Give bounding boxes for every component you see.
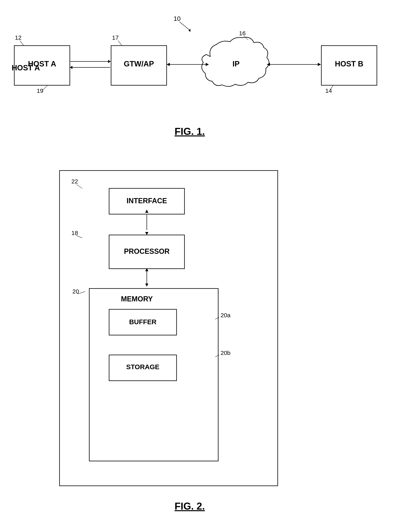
svg-text:17: 17 (112, 34, 119, 41)
svg-text:MEMORY: MEMORY (121, 295, 153, 303)
svg-rect-53 (109, 309, 177, 335)
svg-line-11 (244, 36, 248, 40)
svg-text:20: 20 (72, 288, 79, 295)
svg-marker-23 (167, 63, 170, 66)
main-svg: 10 12 HOST A 17 16 14 19 (0, 0, 411, 532)
svg-text:STORAGE: STORAGE (126, 363, 160, 370)
svg-line-1 (180, 22, 191, 31)
svg-text:PROCESSOR: PROCESSOR (124, 247, 170, 255)
svg-line-5 (20, 41, 24, 46)
svg-rect-32 (59, 171, 278, 486)
svg-marker-45 (145, 268, 148, 271)
svg-text:20b: 20b (220, 350, 230, 356)
svg-text:HOST B: HOST B (335, 60, 363, 68)
svg-marker-20 (70, 66, 72, 69)
svg-line-16 (43, 85, 48, 90)
svg-line-34 (76, 184, 82, 188)
svg-text:12: 12 (15, 34, 21, 41)
svg-marker-25 (318, 63, 321, 66)
svg-marker-18 (108, 60, 111, 63)
svg-text:GTW/AP: GTW/AP (124, 60, 154, 68)
svg-line-56 (215, 355, 219, 357)
svg-rect-7 (111, 46, 167, 85)
svg-rect-57 (109, 355, 177, 381)
svg-rect-49 (89, 288, 218, 461)
svg-text:HOST A: HOST A (12, 64, 40, 72)
svg-text:BUFFER: BUFFER (129, 318, 156, 326)
svg-text:18: 18 (71, 230, 78, 236)
svg-marker-38 (145, 209, 148, 213)
diagram-container: 10 12 HOST A 17 16 14 19 (0, 0, 411, 532)
svg-rect-3 (14, 46, 70, 85)
svg-text:19: 19 (37, 87, 43, 94)
svg-text:22: 22 (71, 178, 78, 185)
svg-marker-39 (145, 232, 148, 235)
svg-text:HOST A: HOST A (28, 60, 56, 68)
svg-line-41 (76, 236, 82, 238)
svg-marker-26 (267, 63, 270, 66)
svg-text:FIG. 2.: FIG. 2. (174, 501, 205, 512)
svg-rect-12 (321, 46, 377, 85)
svg-line-52 (215, 317, 219, 319)
svg-text:20a: 20a (220, 312, 230, 318)
svg-rect-35 (109, 188, 184, 214)
svg-line-14 (330, 85, 333, 90)
svg-rect-42 (109, 235, 184, 269)
svg-text:FIG. 1.: FIG. 1. (174, 126, 205, 137)
svg-marker-2 (188, 29, 191, 32)
svg-text:16: 16 (239, 30, 246, 37)
svg-text:14: 14 (325, 87, 332, 94)
svg-line-9 (118, 41, 122, 46)
svg-marker-46 (145, 284, 148, 286)
svg-line-48 (77, 292, 85, 294)
svg-text:10: 10 (173, 15, 181, 22)
svg-text:INTERFACE: INTERFACE (126, 197, 167, 205)
svg-text:IP: IP (232, 60, 240, 68)
svg-marker-22 (206, 63, 209, 66)
